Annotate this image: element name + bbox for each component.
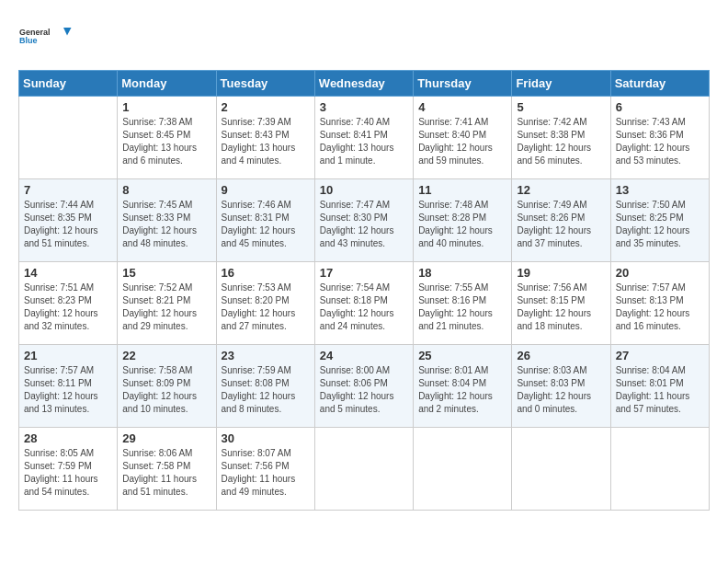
calendar-cell: 27Sunrise: 8:04 AM Sunset: 8:01 PM Dayli…: [610, 345, 709, 428]
day-number: 26: [517, 349, 605, 362]
day-info: Sunrise: 7:52 AM Sunset: 8:21 PM Dayligh…: [122, 282, 210, 333]
day-info: Sunrise: 7:45 AM Sunset: 8:33 PM Dayligh…: [122, 199, 210, 250]
calendar-cell: 24Sunrise: 8:00 AM Sunset: 8:06 PM Dayli…: [314, 345, 413, 428]
calendar-cell: 7Sunrise: 7:44 AM Sunset: 8:35 PM Daylig…: [19, 179, 118, 262]
day-info: Sunrise: 8:00 AM Sunset: 8:06 PM Dayligh…: [320, 364, 408, 416]
calendar-cell: 15Sunrise: 7:52 AM Sunset: 8:21 PM Dayli…: [118, 262, 216, 345]
day-number: 29: [122, 431, 210, 445]
day-info: Sunrise: 8:03 AM Sunset: 8:03 PM Dayligh…: [517, 364, 605, 416]
calendar-cell: 2Sunrise: 7:39 AM Sunset: 8:43 PM Daylig…: [216, 97, 314, 179]
day-info: Sunrise: 7:47 AM Sunset: 8:30 PM Dayligh…: [320, 199, 408, 250]
day-info: Sunrise: 8:07 AM Sunset: 7:56 PM Dayligh…: [222, 447, 310, 499]
day-info: Sunrise: 8:05 AM Sunset: 7:59 PM Dayligh…: [24, 447, 112, 499]
day-number: 7: [24, 183, 112, 197]
day-info: Sunrise: 7:40 AM Sunset: 8:41 PM Dayligh…: [320, 116, 408, 167]
calendar-cell: [19, 97, 118, 179]
calendar-cell: 30Sunrise: 8:07 AM Sunset: 7:56 PM Dayli…: [216, 428, 314, 511]
day-number: 15: [122, 266, 210, 280]
calendar-cell: 14Sunrise: 7:51 AM Sunset: 8:23 PM Dayli…: [19, 262, 118, 345]
weekday-header-wednesday: Wednesday: [314, 71, 413, 97]
calendar-cell: 25Sunrise: 8:01 AM Sunset: 8:04 PM Dayli…: [414, 345, 512, 428]
calendar-cell: 29Sunrise: 8:06 AM Sunset: 7:58 PM Dayli…: [118, 428, 216, 511]
logo-icon: GeneralBlue: [18, 18, 74, 55]
calendar-cell: [512, 428, 610, 511]
day-number: 8: [122, 183, 210, 197]
calendar-cell: [414, 428, 512, 511]
day-number: 3: [320, 100, 408, 114]
weekday-header-friday: Friday: [512, 71, 610, 97]
calendar-cell: 5Sunrise: 7:42 AM Sunset: 8:38 PM Daylig…: [512, 97, 610, 179]
day-info: Sunrise: 7:57 AM Sunset: 8:13 PM Dayligh…: [616, 282, 704, 333]
day-number: 20: [616, 266, 704, 280]
day-info: Sunrise: 7:39 AM Sunset: 8:43 PM Dayligh…: [222, 116, 310, 167]
day-info: Sunrise: 7:55 AM Sunset: 8:16 PM Dayligh…: [418, 282, 506, 333]
day-number: 6: [616, 100, 704, 114]
day-info: Sunrise: 7:48 AM Sunset: 8:28 PM Dayligh…: [418, 199, 506, 250]
calendar-cell: 28Sunrise: 8:05 AM Sunset: 7:59 PM Dayli…: [19, 428, 118, 511]
weekday-header-tuesday: Tuesday: [216, 71, 314, 97]
day-info: Sunrise: 7:58 AM Sunset: 8:09 PM Dayligh…: [122, 364, 210, 416]
calendar-cell: [610, 428, 709, 511]
day-info: Sunrise: 8:01 AM Sunset: 8:04 PM Dayligh…: [418, 364, 506, 416]
calendar-cell: 19Sunrise: 7:56 AM Sunset: 8:15 PM Dayli…: [512, 262, 610, 345]
calendar-cell: 18Sunrise: 7:55 AM Sunset: 8:16 PM Dayli…: [414, 262, 512, 345]
day-number: 10: [320, 183, 408, 197]
day-number: 24: [320, 349, 408, 362]
calendar-cell: 16Sunrise: 7:53 AM Sunset: 8:20 PM Dayli…: [216, 262, 314, 345]
calendar-cell: 3Sunrise: 7:40 AM Sunset: 8:41 PM Daylig…: [314, 97, 413, 179]
calendar-cell: 23Sunrise: 7:59 AM Sunset: 8:08 PM Dayli…: [216, 345, 314, 428]
calendar-cell: 13Sunrise: 7:50 AM Sunset: 8:25 PM Dayli…: [610, 179, 709, 262]
day-info: Sunrise: 7:59 AM Sunset: 8:08 PM Dayligh…: [222, 364, 310, 416]
calendar-cell: 8Sunrise: 7:45 AM Sunset: 8:33 PM Daylig…: [118, 179, 216, 262]
day-number: 2: [222, 100, 310, 114]
day-number: 30: [222, 431, 310, 445]
day-number: 23: [222, 349, 310, 362]
calendar-cell: 21Sunrise: 7:57 AM Sunset: 8:11 PM Dayli…: [19, 345, 118, 428]
svg-text:Blue: Blue: [19, 36, 38, 45]
day-info: Sunrise: 7:54 AM Sunset: 8:18 PM Dayligh…: [320, 282, 408, 333]
calendar-cell: 17Sunrise: 7:54 AM Sunset: 8:18 PM Dayli…: [314, 262, 413, 345]
day-info: Sunrise: 7:46 AM Sunset: 8:31 PM Dayligh…: [222, 199, 310, 250]
weekday-header-monday: Monday: [118, 71, 216, 97]
day-number: 12: [517, 183, 605, 197]
day-info: Sunrise: 8:06 AM Sunset: 7:58 PM Dayligh…: [122, 447, 210, 499]
calendar-cell: 9Sunrise: 7:46 AM Sunset: 8:31 PM Daylig…: [216, 179, 314, 262]
calendar-cell: 20Sunrise: 7:57 AM Sunset: 8:13 PM Dayli…: [610, 262, 709, 345]
day-number: 13: [616, 183, 704, 197]
day-info: Sunrise: 7:38 AM Sunset: 8:45 PM Dayligh…: [122, 116, 210, 167]
day-number: 21: [24, 349, 112, 362]
day-number: 28: [24, 431, 112, 445]
logo: GeneralBlue: [18, 18, 74, 55]
weekday-header-sunday: Sunday: [19, 71, 118, 97]
calendar-cell: 26Sunrise: 8:03 AM Sunset: 8:03 PM Dayli…: [512, 345, 610, 428]
day-number: 18: [418, 266, 506, 280]
day-number: 19: [517, 266, 605, 280]
day-info: Sunrise: 7:53 AM Sunset: 8:20 PM Dayligh…: [222, 282, 310, 333]
day-info: Sunrise: 7:50 AM Sunset: 8:25 PM Dayligh…: [616, 199, 704, 250]
calendar-cell: [314, 428, 413, 511]
day-number: 27: [616, 349, 704, 362]
svg-text:General: General: [19, 28, 51, 37]
calendar-cell: 1Sunrise: 7:38 AM Sunset: 8:45 PM Daylig…: [118, 97, 216, 179]
header: GeneralBlue: [18, 18, 710, 55]
day-number: 17: [320, 266, 408, 280]
day-info: Sunrise: 7:42 AM Sunset: 8:38 PM Dayligh…: [517, 116, 605, 167]
calendar-cell: 4Sunrise: 7:41 AM Sunset: 8:40 PM Daylig…: [414, 97, 512, 179]
day-number: 1: [122, 100, 210, 114]
svg-marker-2: [63, 28, 72, 36]
day-number: 9: [222, 183, 310, 197]
day-info: Sunrise: 7:51 AM Sunset: 8:23 PM Dayligh…: [24, 282, 112, 333]
day-info: Sunrise: 7:57 AM Sunset: 8:11 PM Dayligh…: [24, 364, 112, 416]
day-info: Sunrise: 7:56 AM Sunset: 8:15 PM Dayligh…: [517, 282, 605, 333]
calendar-cell: 6Sunrise: 7:43 AM Sunset: 8:36 PM Daylig…: [610, 97, 709, 179]
day-info: Sunrise: 7:43 AM Sunset: 8:36 PM Dayligh…: [616, 116, 704, 167]
day-number: 22: [122, 349, 210, 362]
day-info: Sunrise: 7:41 AM Sunset: 8:40 PM Dayligh…: [418, 116, 506, 167]
calendar-cell: 11Sunrise: 7:48 AM Sunset: 8:28 PM Dayli…: [414, 179, 512, 262]
day-info: Sunrise: 7:44 AM Sunset: 8:35 PM Dayligh…: [24, 199, 112, 250]
day-info: Sunrise: 8:04 AM Sunset: 8:01 PM Dayligh…: [616, 364, 704, 416]
day-number: 4: [418, 100, 506, 114]
day-info: Sunrise: 7:49 AM Sunset: 8:26 PM Dayligh…: [517, 199, 605, 250]
calendar-cell: 12Sunrise: 7:49 AM Sunset: 8:26 PM Dayli…: [512, 179, 610, 262]
weekday-header-saturday: Saturday: [610, 71, 709, 97]
